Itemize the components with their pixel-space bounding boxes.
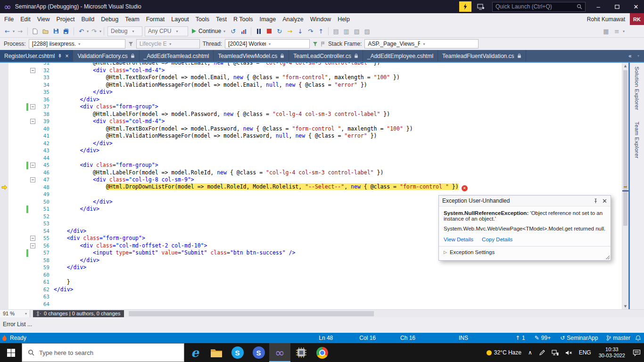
breakpoint-margin-cell[interactable]	[0, 82, 8, 89]
save-all-icon[interactable]	[61, 26, 71, 36]
file-explorer-icon[interactable]	[206, 343, 227, 362]
code-line-64[interactable]: 64	[0, 301, 622, 308]
collapse-region-icon[interactable]: −	[30, 68, 35, 73]
maximize-button[interactable]	[609, 0, 625, 13]
view-details-link[interactable]: View Details	[444, 237, 473, 242]
stop-debug-icon[interactable]	[264, 26, 274, 36]
branch-indicator[interactable]: master	[606, 335, 630, 341]
code-line-62[interactable]: 62</div>	[0, 286, 622, 294]
thread-dropdown[interactable]: [20024] Worker Thread▾	[225, 39, 310, 49]
menu-team[interactable]: Team	[122, 14, 143, 25]
find-in-files-icon[interactable]: ▦	[601, 26, 611, 36]
network-tray-icon[interactable]	[548, 343, 562, 362]
show-next-statement-icon[interactable]: →	[285, 26, 295, 36]
output-window-icon[interactable]: ▤	[331, 26, 341, 36]
breakpoint-margin-cell[interactable]	[0, 89, 8, 96]
notifications-bell-icon[interactable]	[635, 335, 641, 341]
live-share-button[interactable]	[474, 1, 487, 12]
scroll-up-icon[interactable]: ▲	[622, 63, 628, 69]
code-line-31[interactable]: 31 @Html.LabelFor(model => model.Email, …	[0, 63, 622, 67]
user-name[interactable]: Rohit Kumawat	[587, 16, 630, 23]
weather-widget[interactable]: 32°C Haze	[483, 343, 525, 362]
code-line-38[interactable]: 38 @Html.LabelFor(model => model.Passwor…	[0, 111, 622, 118]
side-tab-solution-explorer[interactable]: Solution Explorer	[634, 66, 640, 110]
tab-validationfactory.cs[interactable]: ValidationFactory.cs	[73, 50, 139, 62]
code-line-61[interactable]: 61 }	[0, 279, 622, 286]
breakpoint-margin-cell[interactable]	[0, 301, 8, 308]
code-line-32[interactable]: −32 <div class="col-md-4">	[0, 67, 622, 74]
undo-icon[interactable]: ↶	[76, 26, 86, 36]
action-center-button[interactable]	[629, 343, 644, 362]
thread-filter-icon[interactable]	[313, 41, 318, 47]
code-line-48[interactable]: 48 @Html.DropDownListFor(model => model.…	[0, 184, 622, 191]
tab-_addeditteamlead.cshtml[interactable]: _AddEditTeamlead.cshtml	[140, 50, 214, 62]
exception-popup-header[interactable]: Exception User-Unhandled ✕	[439, 196, 611, 206]
skype-icon[interactable]: S	[227, 343, 248, 362]
breakpoint-margin-cell[interactable]	[0, 242, 8, 250]
collapse-region-icon[interactable]: −	[30, 119, 35, 124]
tab-_addeditemployee.cshtml[interactable]: _AddEditEmployee.cshtml	[363, 50, 438, 62]
breakpoint-margin-cell[interactable]	[0, 213, 8, 221]
menu-file[interactable]: File	[1, 14, 17, 25]
pen-tray-icon[interactable]	[536, 343, 548, 362]
menu-help[interactable]: Help	[334, 14, 353, 25]
minimize-button[interactable]: –	[590, 0, 606, 13]
breakpoint-margin-cell[interactable]	[0, 103, 8, 111]
step-over-icon[interactable]: ↷	[305, 26, 315, 36]
undo-caret-icon[interactable]: ▾	[87, 29, 89, 33]
cpu-z-icon[interactable]	[290, 343, 312, 362]
code-editor[interactable]: 31 @Html.LabelFor(model => model.Email, …	[0, 63, 622, 309]
breakpoint-margin-cell[interactable]	[0, 169, 8, 177]
breakpoint-margin-cell[interactable]	[0, 176, 8, 184]
toolbar-overflow-icon[interactable]: ▾	[623, 29, 625, 33]
breakpoint-margin-cell[interactable]	[0, 96, 8, 104]
breakpoint-margin-cell[interactable]	[0, 184, 8, 191]
code-line-60[interactable]: 60	[0, 272, 622, 279]
breakpoint-margin-cell[interactable]	[0, 132, 8, 140]
breakpoint-margin-cell[interactable]	[0, 155, 8, 162]
breakpoint-margin-cell[interactable]	[0, 118, 8, 125]
close-button[interactable]: ✕	[628, 0, 644, 13]
quick-launch-input[interactable]: Quick Launch (Ctrl+Q)	[492, 2, 586, 12]
copy-details-link[interactable]: Copy Details	[482, 237, 512, 242]
scroll-down-icon[interactable]: ▼	[622, 303, 628, 309]
volume-tray-icon[interactable]	[562, 343, 576, 362]
breakpoint-margin-cell[interactable]	[0, 140, 8, 148]
breakpoint-margin-cell[interactable]	[0, 162, 8, 169]
breakpoint-margin-cell[interactable]	[0, 206, 8, 213]
breakpoint-margin-cell[interactable]	[0, 191, 8, 198]
breakpoint-margin-cell[interactable]	[0, 257, 8, 264]
code-line-44[interactable]: 44	[0, 155, 622, 162]
skype-business-icon[interactable]: S	[248, 343, 269, 362]
diagnostics-icon[interactable]	[239, 26, 248, 36]
menu-project[interactable]: Project	[53, 14, 78, 25]
close-tab-icon[interactable]: ×	[65, 53, 68, 59]
menu-debug[interactable]: Debug	[98, 14, 122, 25]
code-line-59[interactable]: 59 </div>	[0, 264, 622, 272]
watch-window-icon[interactable]: ▥	[341, 26, 351, 36]
code-line-45[interactable]: −45 <div class="form-group">	[0, 162, 622, 169]
feedback-button[interactable]	[459, 1, 471, 12]
breakpoint-margin-cell[interactable]	[0, 63, 8, 67]
breakpoint-margin-cell[interactable]	[0, 286, 8, 294]
error-list-title[interactable]: Error List ...	[3, 321, 32, 328]
save-icon[interactable]	[51, 26, 61, 36]
changes-indicator[interactable]: 0 changes | 0 authors, 0 changes	[33, 310, 124, 317]
restart-icon[interactable]: ↻	[274, 26, 284, 36]
menu-tools[interactable]: Tools	[192, 14, 213, 25]
process-dropdown[interactable]: [2288] iisexpress.exe▾	[29, 39, 125, 49]
code-line-33[interactable]: 33 @Html.TextBoxFor(model => model.Email…	[0, 74, 622, 82]
menu-layout[interactable]: Layout	[168, 14, 192, 25]
breakpoint-margin-cell[interactable]	[0, 228, 8, 235]
menu-view[interactable]: View	[34, 14, 53, 25]
breakpoint-margin-cell[interactable]	[0, 220, 8, 228]
breakpoint-margin-cell[interactable]	[0, 264, 8, 272]
editor-vertical-scrollbar[interactable]: ▲ ▼	[622, 63, 628, 309]
language-indicator[interactable]: ENG	[576, 343, 594, 362]
breakpoint-margin-cell[interactable]	[0, 235, 8, 242]
user-avatar[interactable]: RK	[630, 13, 644, 25]
resize-grip[interactable]	[605, 255, 610, 259]
continue-button[interactable]: Continue ▾	[190, 28, 228, 34]
breakpoint-margin-cell[interactable]	[0, 67, 8, 74]
redo-icon[interactable]: ↷	[89, 26, 99, 36]
